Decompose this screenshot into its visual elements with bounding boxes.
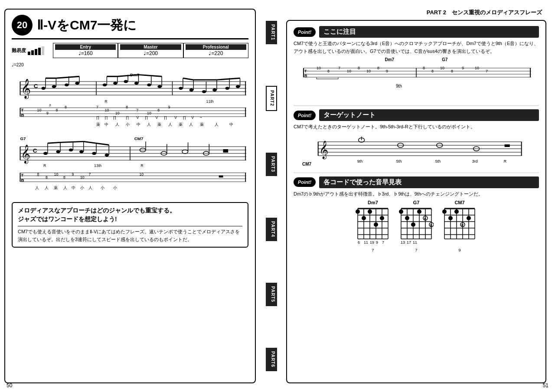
svg-text:5th: 5th xyxy=(396,159,402,163)
svg-text:10: 10 xyxy=(475,66,479,70)
title-section: 20 Ⅱ-VをCM7一発に xyxy=(12,15,248,39)
svg-text:10: 10 xyxy=(147,111,151,115)
svg-text:8: 8 xyxy=(451,69,453,73)
svg-rect-155 xyxy=(219,175,223,177)
chord-name-dm7: Dm7 xyxy=(356,200,390,205)
svg-text:8: 8 xyxy=(157,108,160,112)
svg-point-47 xyxy=(225,87,229,90)
svg-text:B: B xyxy=(430,224,432,227)
sidebar-item-part2[interactable]: PART2 xyxy=(266,86,277,111)
chord-diagram-cm7: CM7 xyxy=(442,200,477,252)
svg-point-114 xyxy=(56,150,60,153)
svg-text:10: 10 xyxy=(366,69,371,73)
svg-point-44 xyxy=(212,88,217,91)
svg-text:8: 8 xyxy=(46,175,48,180)
svg-text:10: 10 xyxy=(115,111,120,115)
svg-text:人: 人 xyxy=(88,186,92,190)
chord-diagrams: Dm7 xyxy=(294,200,539,252)
svg-text:R: R xyxy=(140,163,143,168)
svg-text:19: 19 xyxy=(370,240,374,245)
svg-text:B: B xyxy=(21,113,24,118)
svg-line-51 xyxy=(217,78,240,80)
svg-text:CM7: CM7 xyxy=(134,136,144,141)
svg-text:∏: ∏ xyxy=(183,115,186,120)
svg-text:T: T xyxy=(21,108,23,112)
svg-text:中: 中 xyxy=(104,122,108,127)
svg-text:13: 13 xyxy=(401,240,405,245)
svg-text:B: B xyxy=(304,74,307,78)
chord-fret-g7: 7 xyxy=(399,248,434,252)
svg-text:13th: 13th xyxy=(94,163,101,168)
svg-point-248 xyxy=(411,222,415,227)
diff-bar-1 xyxy=(28,52,30,55)
sidebar-item-part3[interactable]: PART3 xyxy=(266,153,277,176)
point-section-3: Point! 各コードで使った音早見表 Dm7の♭9thがアウト感を出す特徴音。… xyxy=(294,176,539,253)
part-header: PART 2 センス重視のメロディアスフレーズ xyxy=(286,9,546,16)
point-badge-1: Point! xyxy=(294,27,316,37)
svg-text:8: 8 xyxy=(431,69,434,73)
svg-text:8: 8 xyxy=(423,66,425,70)
notation-area-1: ♩=220 𝄞 C xyxy=(12,62,248,131)
svg-line-116 xyxy=(48,142,60,143)
svg-text:人: 人 xyxy=(168,122,172,127)
svg-point-27 xyxy=(124,80,128,83)
sidebar-item-part5[interactable]: PART5 xyxy=(266,283,277,306)
svg-text:薬: 薬 xyxy=(96,122,100,127)
svg-text:~: ~ xyxy=(200,115,202,120)
svg-text:中: 中 xyxy=(72,186,75,190)
svg-text:小: 小 xyxy=(80,186,84,190)
sidebar-item-part4[interactable]: PART4 xyxy=(266,218,277,241)
svg-text:10: 10 xyxy=(317,66,321,70)
lesson-title: Ⅱ-VをCM7一発に xyxy=(37,16,137,34)
svg-line-20 xyxy=(56,76,79,78)
page-number-right: 51 xyxy=(543,382,548,389)
svg-line-41 xyxy=(183,78,193,80)
chord-name-cm7: CM7 xyxy=(442,200,477,205)
svg-point-49 xyxy=(236,85,240,88)
svg-text:小: 小 xyxy=(101,186,104,190)
svg-point-13 xyxy=(52,85,56,88)
svg-text:薬: 薬 xyxy=(157,122,161,127)
svg-point-228 xyxy=(380,216,384,220)
svg-text:人: 人 xyxy=(63,186,67,190)
svg-point-32 xyxy=(147,83,151,86)
svg-text:∏: ∏ xyxy=(113,115,116,120)
tab-svg-1: T B 10 8 7 10 8 10 8 9 8 8 10 8 9 10 7 xyxy=(294,64,539,98)
chord-fret-dm7: 7 xyxy=(356,248,390,252)
svg-point-112 xyxy=(43,152,48,155)
tempo-boxes: Entry ♩=160 Master ♩=200 Professional ♩=… xyxy=(53,43,248,58)
point-badge-3: Point! xyxy=(294,177,316,187)
svg-text:G7: G7 xyxy=(20,136,26,141)
point-title-1: ここに注目 xyxy=(319,26,539,38)
svg-text:7: 7 xyxy=(137,108,139,112)
svg-point-224 xyxy=(356,209,360,214)
diff-bar-3 xyxy=(35,49,37,55)
svg-text:8: 8 xyxy=(63,175,65,180)
svg-text:8: 8 xyxy=(65,105,67,109)
svg-text:B: B xyxy=(21,178,24,183)
svg-point-18 xyxy=(75,82,79,85)
svg-text:7: 7 xyxy=(486,69,488,73)
staff-svg-3: 𝄞 9th 5th 5th 3rd R xyxy=(313,133,526,166)
sidebar-item-part1[interactable]: PART1 xyxy=(266,21,277,44)
chord-diagram-dm7: Dm7 xyxy=(356,200,390,252)
side-tabs: PART1 PART2 PART3 PART4 PART5 PART6 xyxy=(265,0,278,392)
info-box-body: CM7でも使える音使いをそのままⅡ-Vにあてはめたフレーズ。速いテンポで使うこと… xyxy=(18,228,242,243)
svg-text:∏: ∏ xyxy=(126,115,129,120)
svg-line-121 xyxy=(60,141,84,142)
svg-point-117 xyxy=(69,149,73,152)
svg-rect-206 xyxy=(504,144,509,147)
tempo-marking-1: ♩=220 xyxy=(12,62,248,67)
tempo-professional: Professional ♩=220 xyxy=(183,43,248,58)
sidebar-item-part6[interactable]: PART6 xyxy=(266,348,277,371)
svg-point-227 xyxy=(374,222,378,227)
svg-point-226 xyxy=(368,209,372,214)
diff-bar-5 xyxy=(42,46,44,55)
svg-text:9: 9 xyxy=(72,172,74,176)
svg-text:10: 10 xyxy=(54,172,58,176)
info-box: メロディアスなアプローチはどのジャンルでも重宝する。 ジャズではワンコードを想定… xyxy=(12,202,248,248)
svg-text:10: 10 xyxy=(139,172,144,176)
chord-grid-dm7: 6 11 19 9 7 xyxy=(356,206,390,245)
left-page: PART1 PART2 PART3 PART4 PART5 PART6 20 Ⅱ… xyxy=(0,0,278,392)
svg-point-122 xyxy=(92,152,96,155)
